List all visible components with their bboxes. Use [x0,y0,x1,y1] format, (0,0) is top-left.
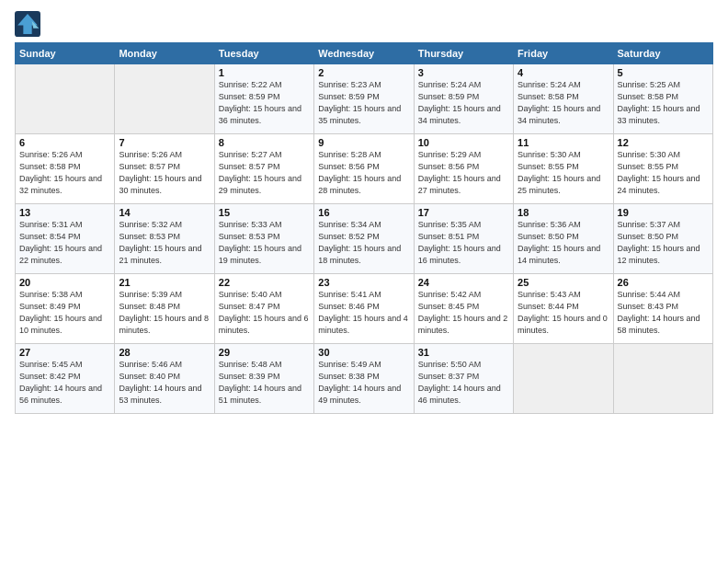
cell-text: Sunrise: 5:43 AMSunset: 8:44 PMDaylight:… [518,289,609,337]
cell-text: Sunrise: 5:30 AMSunset: 8:55 PMDaylight:… [518,149,609,197]
day-number: 10 [418,137,509,148]
cell-text: Sunrise: 5:24 AMSunset: 8:58 PMDaylight:… [518,79,609,127]
day-number: 30 [318,347,409,358]
cell-text: Sunrise: 5:33 AMSunset: 8:53 PMDaylight:… [219,219,310,267]
calendar-day-cell: 18Sunrise: 5:36 AMSunset: 8:50 PMDayligh… [514,204,613,274]
cell-text: Sunrise: 5:44 AMSunset: 8:43 PMDaylight:… [618,289,709,337]
calendar-day-cell: 14Sunrise: 5:32 AMSunset: 8:53 PMDayligh… [115,204,214,274]
weekday-header-cell: Tuesday [214,43,313,64]
day-number: 14 [119,207,210,218]
day-number: 31 [418,347,509,358]
calendar-table: SundayMondayTuesdayWednesdayThursdayFrid… [15,42,713,414]
calendar-day-cell: 23Sunrise: 5:41 AMSunset: 8:46 PMDayligh… [314,274,414,344]
cell-text: Sunrise: 5:48 AMSunset: 8:39 PMDaylight:… [219,359,310,407]
day-number: 3 [418,67,509,78]
cell-text: Sunrise: 5:26 AMSunset: 8:57 PMDaylight:… [119,149,210,197]
calendar-day-cell: 31Sunrise: 5:50 AMSunset: 8:37 PMDayligh… [414,344,513,414]
day-number: 27 [19,347,110,358]
weekday-header-cell: Friday [514,43,613,64]
day-number: 26 [618,277,709,288]
day-number: 7 [119,137,210,148]
weekday-header-cell: Sunday [16,43,115,64]
calendar-container: SundayMondayTuesdayWednesdayThursdayFrid… [0,0,728,563]
calendar-week-row: 20Sunrise: 5:38 AMSunset: 8:49 PMDayligh… [16,274,713,344]
day-number: 19 [618,207,709,218]
logo [15,11,44,37]
calendar-day-cell [16,64,115,134]
calendar-day-cell: 19Sunrise: 5:37 AMSunset: 8:50 PMDayligh… [613,204,712,274]
logo-icon [15,11,40,37]
cell-text: Sunrise: 5:30 AMSunset: 8:55 PMDaylight:… [618,149,709,197]
day-number: 1 [219,67,310,78]
cell-text: Sunrise: 5:42 AMSunset: 8:45 PMDaylight:… [418,289,509,337]
calendar-day-cell: 16Sunrise: 5:34 AMSunset: 8:52 PMDayligh… [314,204,414,274]
day-number: 4 [518,67,609,78]
calendar-day-cell: 11Sunrise: 5:30 AMSunset: 8:55 PMDayligh… [514,134,613,204]
calendar-day-cell: 30Sunrise: 5:49 AMSunset: 8:38 PMDayligh… [314,344,414,414]
day-number: 21 [119,277,210,288]
calendar-day-cell [613,344,712,414]
calendar-day-cell: 8Sunrise: 5:27 AMSunset: 8:57 PMDaylight… [214,134,313,204]
day-number: 9 [318,137,409,148]
calendar-day-cell: 17Sunrise: 5:35 AMSunset: 8:51 PMDayligh… [414,204,513,274]
day-number: 29 [219,347,310,358]
weekday-header-cell: Wednesday [314,43,414,64]
header [15,11,713,37]
calendar-day-cell: 5Sunrise: 5:25 AMSunset: 8:58 PMDaylight… [613,64,712,134]
calendar-day-cell: 13Sunrise: 5:31 AMSunset: 8:54 PMDayligh… [16,204,115,274]
day-number: 24 [418,277,509,288]
calendar-day-cell: 15Sunrise: 5:33 AMSunset: 8:53 PMDayligh… [214,204,313,274]
calendar-day-cell: 2Sunrise: 5:23 AMSunset: 8:59 PMDaylight… [314,64,414,134]
day-number: 18 [518,207,609,218]
cell-text: Sunrise: 5:39 AMSunset: 8:48 PMDaylight:… [119,289,210,337]
cell-text: Sunrise: 5:34 AMSunset: 8:52 PMDaylight:… [318,219,409,267]
cell-text: Sunrise: 5:40 AMSunset: 8:47 PMDaylight:… [219,289,310,337]
day-number: 12 [618,137,709,148]
cell-text: Sunrise: 5:25 AMSunset: 8:58 PMDaylight:… [618,79,709,127]
calendar-day-cell: 25Sunrise: 5:43 AMSunset: 8:44 PMDayligh… [514,274,613,344]
calendar-day-cell: 22Sunrise: 5:40 AMSunset: 8:47 PMDayligh… [214,274,313,344]
calendar-day-cell [115,64,214,134]
cell-text: Sunrise: 5:50 AMSunset: 8:37 PMDaylight:… [418,359,509,407]
day-number: 5 [618,67,709,78]
calendar-day-cell: 4Sunrise: 5:24 AMSunset: 8:58 PMDaylight… [514,64,613,134]
cell-text: Sunrise: 5:24 AMSunset: 8:59 PMDaylight:… [418,79,509,127]
cell-text: Sunrise: 5:22 AMSunset: 8:59 PMDaylight:… [219,79,310,127]
cell-text: Sunrise: 5:31 AMSunset: 8:54 PMDaylight:… [19,219,110,267]
day-number: 28 [119,347,210,358]
cell-text: Sunrise: 5:46 AMSunset: 8:40 PMDaylight:… [119,359,210,407]
calendar-body: 1Sunrise: 5:22 AMSunset: 8:59 PMDaylight… [16,64,713,414]
calendar-week-row: 1Sunrise: 5:22 AMSunset: 8:59 PMDaylight… [16,64,713,134]
day-number: 15 [219,207,310,218]
weekday-header-cell: Monday [115,43,214,64]
day-number: 6 [19,137,110,148]
calendar-week-row: 13Sunrise: 5:31 AMSunset: 8:54 PMDayligh… [16,204,713,274]
day-number: 13 [19,207,110,218]
calendar-day-cell: 3Sunrise: 5:24 AMSunset: 8:59 PMDaylight… [414,64,513,134]
day-number: 25 [518,277,609,288]
calendar-day-cell: 27Sunrise: 5:45 AMSunset: 8:42 PMDayligh… [16,344,115,414]
cell-text: Sunrise: 5:49 AMSunset: 8:38 PMDaylight:… [318,359,409,407]
weekday-header-cell: Thursday [414,43,513,64]
cell-text: Sunrise: 5:45 AMSunset: 8:42 PMDaylight:… [19,359,110,407]
calendar-week-row: 6Sunrise: 5:26 AMSunset: 8:58 PMDaylight… [16,134,713,204]
cell-text: Sunrise: 5:29 AMSunset: 8:56 PMDaylight:… [418,149,509,197]
calendar-day-cell: 10Sunrise: 5:29 AMSunset: 8:56 PMDayligh… [414,134,513,204]
day-number: 17 [418,207,509,218]
calendar-day-cell [514,344,613,414]
day-number: 11 [518,137,609,148]
calendar-day-cell: 26Sunrise: 5:44 AMSunset: 8:43 PMDayligh… [613,274,712,344]
calendar-day-cell: 20Sunrise: 5:38 AMSunset: 8:49 PMDayligh… [16,274,115,344]
day-number: 23 [318,277,409,288]
calendar-day-cell: 9Sunrise: 5:28 AMSunset: 8:56 PMDaylight… [314,134,414,204]
day-number: 8 [219,137,310,148]
calendar-day-cell: 6Sunrise: 5:26 AMSunset: 8:58 PMDaylight… [16,134,115,204]
cell-text: Sunrise: 5:32 AMSunset: 8:53 PMDaylight:… [119,219,210,267]
cell-text: Sunrise: 5:38 AMSunset: 8:49 PMDaylight:… [19,289,110,337]
cell-text: Sunrise: 5:26 AMSunset: 8:58 PMDaylight:… [19,149,110,197]
cell-text: Sunrise: 5:27 AMSunset: 8:57 PMDaylight:… [219,149,310,197]
cell-text: Sunrise: 5:23 AMSunset: 8:59 PMDaylight:… [318,79,409,127]
day-number: 20 [19,277,110,288]
day-number: 16 [318,207,409,218]
calendar-day-cell: 28Sunrise: 5:46 AMSunset: 8:40 PMDayligh… [115,344,214,414]
